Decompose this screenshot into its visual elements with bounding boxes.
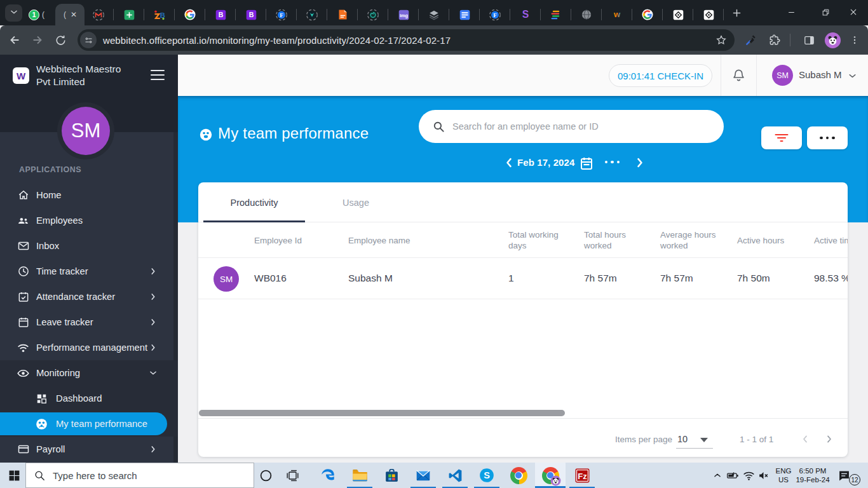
browser-tab-document-orange[interactable] [327,4,358,25]
more-options-button[interactable] [807,126,848,149]
wifi-icon[interactable] [741,463,756,488]
browser-tab-google-sheets[interactable] [114,4,144,25]
taskbar-filezilla-icon[interactable]: Fz [567,463,597,488]
browser-tab-layers-gray[interactable] [419,4,449,25]
previous-day-button[interactable] [503,156,515,169]
forward-button[interactable] [28,25,47,55]
browser-tab-globe-dark[interactable] [571,4,602,25]
browser-menu-kebab-icon[interactable] [846,25,863,55]
sidebar-item-label: Inbox [36,241,59,251]
sidebar-item-performance-management[interactable]: Performance management [0,335,178,360]
volume-muted-icon[interactable] [756,463,771,488]
employee-search-input[interactable] [452,121,707,132]
tab-productivity[interactable]: Productivity [203,182,305,222]
sidebar-item-dashboard[interactable]: Dashboard [0,386,178,411]
hamburger-menu-icon[interactable] [151,70,165,80]
browser-tab-facebook-ring[interactable]: F [480,4,510,25]
cortana-button[interactable] [250,463,281,488]
start-button[interactable] [8,470,20,482]
window-close-button[interactable] [839,0,868,24]
browser-tab-facebook-ring[interactable]: F [266,4,297,25]
taskbar-mail-icon[interactable] [408,463,438,488]
browser-profile-avatar[interactable] [823,25,842,55]
previous-page-button[interactable] [800,434,810,444]
page-size-dropdown-arrow-icon[interactable] [700,438,708,442]
close-icon[interactable]: ✕ [71,10,77,19]
reload-button[interactable] [51,25,70,55]
next-day-button[interactable] [634,156,646,169]
notification-bell-icon[interactable] [731,68,747,83]
taskbar-skype-icon[interactable]: S [471,463,502,488]
tab-usage[interactable]: Usage [305,182,407,222]
tray-chevron-up-icon[interactable] [710,463,724,488]
sidebar-item-inbox[interactable]: Inbox [0,233,178,259]
browser-tab-s-purple[interactable]: S [510,4,541,25]
eyedropper-extension-icon[interactable] [742,25,761,55]
browser-tab-bitbucket[interactable]: B [236,4,266,25]
sidebar-item-home[interactable]: Home [0,182,178,208]
browser-tab-bitbucket[interactable]: B [205,4,236,25]
back-button[interactable] [5,25,24,55]
taskbar-chrome-icon[interactable] [503,463,534,488]
zoho-books-favicon: B [154,9,165,20]
browser-tab-officeportal[interactable] [693,4,724,25]
browser-tab-rainbow-stripes[interactable] [541,4,571,25]
calendar-icon[interactable] [579,156,594,171]
user-menu-chevron-icon[interactable] [848,71,857,80]
bitbucket-favicon: B [215,9,226,20]
sidebar-item-time-tracker[interactable]: Time tracker [0,259,178,284]
browser-tab-v-shield[interactable] [297,4,327,25]
column-header: Total hoursworked [584,229,626,251]
language-indicator[interactable]: ENG US [774,466,793,484]
table-row[interactable]: SM WB016 Subash M 1 7h 57m 7h 57m 7h 50m… [198,257,848,299]
tab-search-button[interactable] [5,4,22,22]
taskbar-edge-icon[interactable] [313,463,343,488]
browser-tab-gmail[interactable] [83,4,114,25]
site-info-icon[interactable] [80,32,97,48]
clock-indicator[interactable]: 6:50 PM 19-Feb-24 [793,466,832,484]
checkin-button[interactable]: 09:01:41 CHECK-IN [609,64,712,87]
page-size-select[interactable]: 10 [677,434,688,444]
sidebar-item-my-team-performance[interactable]: My team performance [0,411,178,437]
side-panel-icon[interactable] [799,25,818,55]
browser-tab-google[interactable] [632,4,663,25]
next-page-button[interactable] [824,434,834,444]
taskbar-store-icon[interactable] [376,463,407,488]
taskbar-file-explorer-icon[interactable] [344,463,375,488]
browser-tab-list-blue[interactable] [449,4,480,25]
browser-tab-officeportal[interactable] [663,4,693,25]
filter-button[interactable] [761,126,802,149]
browser-tab-img-purple[interactable]: img [388,4,419,25]
extensions-puzzle-icon[interactable] [765,25,784,55]
sidebar-item-employees[interactable]: Employees [0,208,178,233]
sidebar-user-avatar[interactable]: SM [62,107,110,155]
new-tab-button[interactable] [728,4,745,22]
sidebar-item-attendance-tracker[interactable]: Attendance tracker [0,284,178,309]
header-user-name[interactable]: Subash M [799,69,842,80]
sidebar-item-payroll[interactable]: Payroll [0,437,178,462]
taskbar-vscode-icon[interactable] [440,463,470,488]
header-user-avatar[interactable]: SM [772,65,793,86]
task-view-button[interactable] [277,463,308,488]
taskbar-chrome-profile-icon[interactable] [535,463,566,488]
browser-tab-whatsapp[interactable]: 1 ( [25,4,55,25]
browser-tab-google[interactable] [175,4,205,25]
svg-text:Fz: Fz [578,471,587,480]
browser-tab-w-colorful[interactable]: w [602,4,632,25]
window-restore-button[interactable] [811,0,840,24]
address-bar[interactable]: webbitech.officeportal.io/monitoring/my-… [78,29,735,51]
date-label[interactable]: Feb 17, 2024 [517,157,574,168]
battery-icon[interactable] [725,463,740,488]
bookmark-star-icon[interactable] [715,34,727,48]
taskbar-search-box[interactable]: Type here to search [25,463,254,488]
notification-center-icon[interactable] [836,463,851,488]
sidebar-item-monitoring[interactable]: Monitoring [0,360,178,386]
browser-tab-zoho-books[interactable]: B [144,4,175,25]
horizontal-scrollbar-thumb[interactable] [199,410,565,416]
window-minimize-button[interactable] [776,0,806,24]
browser-tab-active[interactable]: ( ✕ [55,4,85,25]
browser-tab-spiral-teal[interactable] [358,4,388,25]
sidebar-item-leave-tracker[interactable]: Leave tracker [0,309,178,335]
sidebar-item-label: Leave tracker [36,317,93,327]
date-more-dots-icon[interactable] [605,161,620,163]
